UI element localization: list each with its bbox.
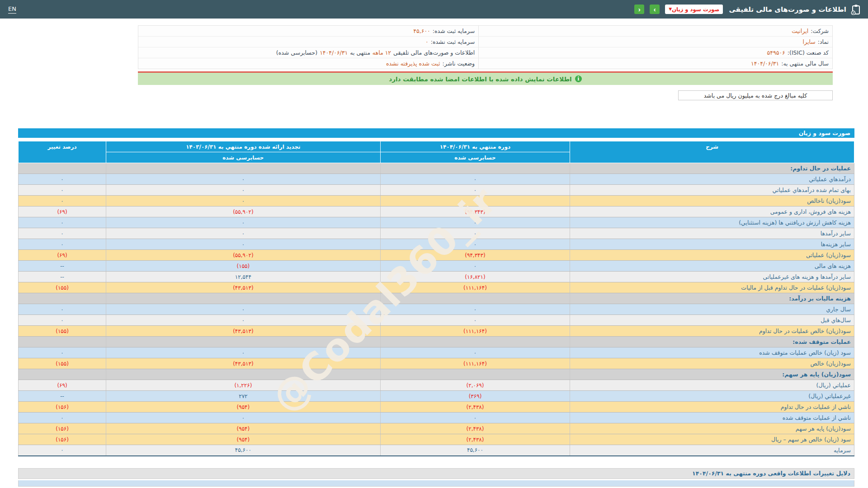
row-label: سود(زيان) عمليات در حال تداوم قبل از مال… bbox=[570, 282, 854, 293]
row-label: هزينه های مالی bbox=[570, 261, 854, 272]
cell-restated-period: ۰ bbox=[106, 239, 380, 250]
cell-change-pct: ۰ bbox=[19, 228, 106, 239]
row-label: بهای تمام شده درآمدهاي عملياتي bbox=[570, 185, 854, 196]
row-label: ساير درآمدها bbox=[570, 228, 854, 239]
statement-type-dropdown[interactable]: صورت سود و زیان ▼ bbox=[665, 5, 723, 14]
cell-restated-period: ۰ bbox=[106, 413, 380, 423]
page-title: اطلاعات و صورت‌های مالی تلفیقی bbox=[729, 5, 846, 14]
cell-current-period: (۱۱۱,۱۶۴) bbox=[380, 326, 570, 337]
amounts-unit-note: کلیه مبالغ درج شده به میلیون ریال می باش… bbox=[678, 90, 833, 100]
cell-current-period: ۰ bbox=[380, 304, 570, 315]
statement-row: ناشي از عمليات در حال تداوم(۲,۴۳۸)(۹۵۴)(… bbox=[19, 402, 854, 413]
cell-restated-period: (۱,۲۲۶) bbox=[106, 380, 380, 391]
row-label: عملیات در حال تداوم: bbox=[570, 163, 854, 174]
cell-restated-period bbox=[106, 293, 380, 304]
registered-capital-value: ۴۵,۶۰۰ bbox=[413, 28, 430, 34]
publisher-status-label: وضعیت ناشر: bbox=[443, 60, 475, 67]
symbol-value: سایرا bbox=[803, 38, 816, 45]
info-row: نماد: سایرا سرمایه ثبت نشده: ۰ bbox=[138, 37, 832, 47]
statement-row: سود(زيان) عمليات در حال تداوم قبل از مال… bbox=[19, 282, 854, 293]
cell-restated-period: (۹۵۴) bbox=[106, 434, 380, 445]
statement-title-bar: صورت سود و زیان bbox=[18, 128, 854, 138]
publisher-status-cell: وضعیت ناشر: ثبت شده پذیرفته نشده bbox=[138, 58, 478, 69]
cell-change-pct: ۰ bbox=[19, 239, 106, 250]
cell-change-pct: (۱۵۵) bbox=[19, 282, 106, 293]
company-cell: شرکت: ایرانیت bbox=[478, 26, 832, 36]
statement-row: سود(زيان) ناخالص۰۰۰ bbox=[19, 196, 854, 206]
cell-change-pct: (۱۵۶) bbox=[19, 434, 106, 445]
signed-match-notice: i اطلاعات نمایش داده شده با اطلاعات امضا… bbox=[138, 73, 833, 85]
statement-row: عملياتي (ريال)(۲,۰۶۹)(۱,۲۲۶)(۶۹) bbox=[19, 380, 854, 391]
registered-capital-label: سرمایه ثبت شده: bbox=[433, 28, 475, 34]
statement-row: سود (زيان) خالص هر سهم – ريال(۲,۴۳۸)(۹۵۴… bbox=[19, 434, 854, 445]
statement-type-value: صورت سود و زیان bbox=[672, 6, 719, 13]
statement-row: هزينه کاهش ارزش دريافتني ها (هزينه استثن… bbox=[19, 217, 854, 228]
isic-value: ۵۴۹۵۰۶ bbox=[767, 49, 785, 56]
changes-reasons-row bbox=[18, 480, 854, 487]
report-prefix: اطلاعات و صورت‌های مالی تلفیقی bbox=[393, 49, 475, 56]
cell-change-pct bbox=[19, 163, 106, 174]
cell-change-pct: (۶۹) bbox=[19, 206, 106, 217]
statement-row: ساير هزينه‌ها۰۰۰ bbox=[19, 239, 854, 250]
cell-change-pct: (۱۵۶) bbox=[19, 423, 106, 434]
cell-change-pct: ۰ bbox=[19, 217, 106, 228]
report-period: ۱۲ ماهه bbox=[373, 49, 391, 56]
statement-row: غيرعملياتي (ريال)(۳۶۹)۲۷۲-- bbox=[19, 391, 854, 402]
cell-current-period: (۱۶,۸۲۱) bbox=[380, 272, 570, 282]
statement-row: سرمايه۴۵,۶۰۰۴۵,۶۰۰۰ bbox=[19, 445, 854, 456]
row-label: غيرعملياتي (ريال) bbox=[570, 391, 854, 402]
cell-change-pct bbox=[19, 369, 106, 380]
row-label: سود(زيان) خالص عمليات در حال تداوم bbox=[570, 326, 854, 337]
fiscal-year-label: سال مالی منتهی به: bbox=[781, 60, 829, 67]
publisher-status-value: ثبت شده پذیرفته نشده bbox=[386, 60, 440, 67]
cell-restated-period: ۴۵,۶۰۰ bbox=[106, 445, 380, 456]
cell-current-period: (۱۱۱,۱۶۴) bbox=[380, 358, 570, 369]
next-statement-button[interactable]: › bbox=[650, 5, 660, 14]
company-info-section: شرکت: ایرانیت سرمایه ثبت شده: ۴۵,۶۰۰ نما… bbox=[138, 25, 833, 100]
symbol-cell: نماد: سایرا bbox=[478, 37, 832, 47]
cell-restated-period: ۰ bbox=[106, 217, 380, 228]
audited-label-current: حسابرسی شده bbox=[380, 152, 570, 163]
prev-statement-button[interactable]: ‹ bbox=[634, 5, 644, 14]
cell-current-period: ۰ bbox=[380, 315, 570, 326]
language-toggle-en[interactable]: EN bbox=[8, 5, 16, 14]
cell-restated-period: (۴۳,۵۱۳) bbox=[106, 326, 380, 337]
report-date: ۱۴۰۴/۰۶/۳۱ bbox=[320, 49, 348, 56]
row-label: عملياتي (ريال) bbox=[570, 380, 854, 391]
cell-change-pct: (۶۹) bbox=[19, 250, 106, 261]
cell-change-pct: -- bbox=[19, 391, 106, 402]
statement-row: هزينه های مالی۰(۱۵۵)-- bbox=[19, 261, 854, 272]
cell-restated-period: (۵۵,۹۰۲) bbox=[106, 250, 380, 261]
statement-row: سال‌هاي قبل۰۰۰ bbox=[19, 315, 854, 326]
cell-change-pct: ۰ bbox=[19, 185, 106, 196]
row-label: ناشي از عمليات متوقف شده bbox=[570, 413, 854, 423]
cell-change-pct: (۶۹) bbox=[19, 380, 106, 391]
cell-current-period: (۲,۴۳۸) bbox=[380, 402, 570, 413]
cell-change-pct: ۰ bbox=[19, 413, 106, 423]
cell-change-pct: -- bbox=[19, 261, 106, 272]
statement-row: سود(زيان) پايه هر سهم(۲,۴۳۸)(۹۵۴)(۱۵۶) bbox=[19, 423, 854, 434]
cell-restated-period: (۴۳,۵۱۳) bbox=[106, 358, 380, 369]
cell-restated-period: ۰ bbox=[106, 304, 380, 315]
cell-restated-period: ۰ bbox=[106, 185, 380, 196]
cell-change-pct: (۱۵۵) bbox=[19, 326, 106, 337]
symbol-label: نماد: bbox=[818, 38, 829, 45]
cell-current-period bbox=[380, 163, 570, 174]
cell-restated-period: (۴۳,۵۱۳) bbox=[106, 282, 380, 293]
cell-change-pct: -- bbox=[19, 272, 106, 282]
cell-restated-period: ۰ bbox=[106, 228, 380, 239]
cell-current-period: ۰ bbox=[380, 185, 570, 196]
cell-current-period: ۰ bbox=[380, 196, 570, 206]
unregistered-capital-value: ۰ bbox=[425, 38, 429, 45]
cell-current-period: (۲,۴۳۸) bbox=[380, 434, 570, 445]
cell-change-pct: ۰ bbox=[19, 445, 106, 456]
notice-text: اطلاعات نمایش داده شده با اطلاعات امضا ش… bbox=[389, 75, 572, 83]
row-label: سود(زيان) پايه هر سهم bbox=[570, 423, 854, 434]
statement-row: هزينه های فروش، اداری و عمومی(۹۴,۳۴۳)(۵۵… bbox=[19, 206, 854, 217]
cell-current-period: (۱۱۱,۱۶۴) bbox=[380, 282, 570, 293]
cell-change-pct: (۱۵۵) bbox=[19, 358, 106, 369]
cell-current-period: ۰ bbox=[380, 228, 570, 239]
info-row: کد صنعت (ISIC): ۵۴۹۵۰۶ اطلاعات و صورت‌ها… bbox=[138, 47, 832, 58]
cell-current-period: ۰ bbox=[380, 261, 570, 272]
row-label: هزينه کاهش ارزش دريافتني ها (هزينه استثن… bbox=[570, 217, 854, 228]
